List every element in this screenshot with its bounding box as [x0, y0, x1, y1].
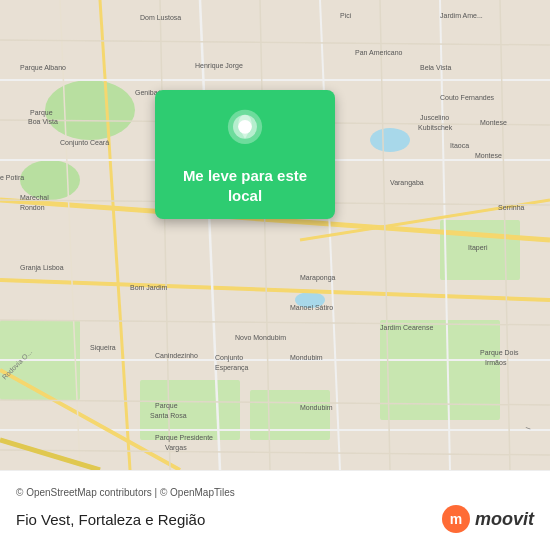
- svg-text:Couto Fernandes: Couto Fernandes: [440, 94, 495, 101]
- svg-text:Vargas: Vargas: [165, 444, 187, 452]
- svg-text:Conjunto: Conjunto: [215, 354, 243, 362]
- map-container: Parque Albano Dom Lustosa Pici Pan Ameri…: [0, 0, 550, 470]
- svg-text:Bom Jardim: Bom Jardim: [130, 284, 168, 291]
- svg-text:Irmãos: Irmãos: [485, 359, 507, 366]
- svg-text:Parque Albano: Parque Albano: [20, 64, 66, 72]
- svg-text:Jardim Cearense: Jardim Cearense: [380, 324, 433, 331]
- svg-text:Parque: Parque: [155, 402, 178, 410]
- svg-text:Parque: Parque: [30, 109, 53, 117]
- location-pin-icon: [221, 108, 269, 156]
- location-name: Fio Vest, Fortaleza e Região: [16, 511, 205, 528]
- svg-text:e Potira: e Potira: [0, 174, 24, 181]
- svg-text:Rondon: Rondon: [20, 204, 45, 211]
- svg-text:Conjunto Ceará: Conjunto Ceará: [60, 139, 109, 147]
- svg-text:Henrique Jorge: Henrique Jorge: [195, 62, 243, 70]
- location-card[interactable]: Me leve para estelocal: [155, 90, 335, 219]
- svg-text:Itaperi: Itaperi: [468, 244, 488, 252]
- svg-text:Esperança: Esperança: [215, 364, 249, 372]
- svg-text:Manoel Sátiro: Manoel Sátiro: [290, 304, 333, 311]
- location-card-label: Me leve para estelocal: [183, 166, 307, 205]
- svg-rect-4: [250, 390, 330, 440]
- svg-text:Novo Mondubim: Novo Mondubim: [235, 334, 286, 341]
- svg-text:Bela Vista: Bela Vista: [420, 64, 451, 71]
- svg-text:Maraponga: Maraponga: [300, 274, 336, 282]
- svg-text:Kubitschek: Kubitschek: [418, 124, 453, 131]
- svg-text:Pici: Pici: [340, 12, 352, 19]
- svg-text:Santa Rosa: Santa Rosa: [150, 412, 187, 419]
- svg-text:Marechal: Marechal: [20, 194, 49, 201]
- svg-text:Pan Americano: Pan Americano: [355, 49, 403, 56]
- svg-text:Canindezinho: Canindezinho: [155, 352, 198, 359]
- svg-text:Jardim Ame...: Jardim Ame...: [440, 12, 483, 19]
- svg-text:Varangaba: Varangaba: [390, 179, 424, 187]
- svg-text:Juscelino: Juscelino: [420, 114, 449, 121]
- bottom-bar: © OpenStreetMap contributors | © OpenMap…: [0, 470, 550, 550]
- svg-text:Boa Vista: Boa Vista: [28, 118, 58, 125]
- svg-text:m: m: [450, 511, 462, 527]
- svg-text:Mondubim: Mondubim: [300, 404, 333, 411]
- location-card-text: Me leve para estelocal: [183, 166, 307, 205]
- attribution-text: © OpenStreetMap contributors | © OpenMap…: [16, 487, 534, 498]
- svg-text:Itaoca: Itaoca: [450, 142, 469, 149]
- svg-text:Siqueira: Siqueira: [90, 344, 116, 352]
- svg-text:Parque Presidente: Parque Presidente: [155, 434, 213, 442]
- bottom-row: Fio Vest, Fortaleza e Região m moovit: [16, 504, 534, 534]
- svg-text:Parque Dois: Parque Dois: [480, 349, 519, 357]
- svg-text:Montese: Montese: [475, 152, 502, 159]
- svg-text:Montese: Montese: [480, 119, 507, 126]
- moovit-icon: m: [441, 504, 471, 534]
- moovit-text: moovit: [475, 509, 534, 530]
- svg-text:Granja Lisboa: Granja Lisboa: [20, 264, 64, 272]
- moovit-logo: m moovit: [441, 504, 534, 534]
- svg-text:Dom Lustosa: Dom Lustosa: [140, 14, 181, 21]
- svg-text:Serrinha: Serrinha: [498, 204, 525, 211]
- map-background: Parque Albano Dom Lustosa Pici Pan Ameri…: [0, 0, 550, 470]
- svg-point-5: [45, 80, 135, 140]
- svg-point-8: [370, 128, 410, 152]
- svg-text:Mondubim: Mondubim: [290, 354, 323, 361]
